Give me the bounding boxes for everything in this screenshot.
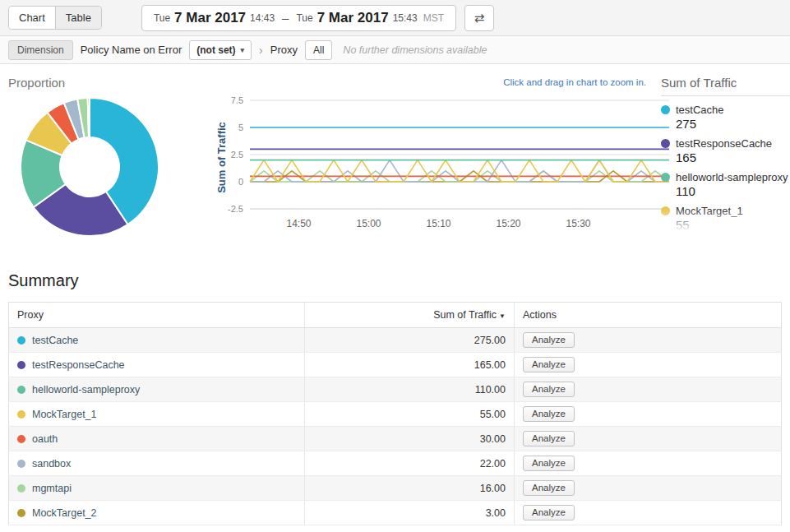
chart-section: Proportion Click and drag in chart to zo… (0, 64, 790, 247)
donut-slice-MockTarget_2[interactable] (88, 98, 90, 137)
proxy-name: mgmtapi (32, 483, 72, 494)
table-row-MockTarget_1: MockTarget_155.00Analyze (9, 402, 782, 427)
analyze-button[interactable]: Analyze (523, 505, 575, 520)
table-row-testResponseCache: testResponseCache165.00Analyze (9, 353, 782, 377)
proxy-dimension-label: Proxy (270, 44, 298, 56)
legend-entry-name: helloworld-sampleproxy (676, 171, 788, 183)
summary-table: Proxy Sum of Traffic▼ Actions testCache2… (8, 302, 782, 525)
x-tick-label: 15:20 (496, 218, 520, 229)
policy-value-dropdown[interactable]: (not set) ▾ (189, 40, 252, 60)
traffic-line-chart[interactable]: 7.552.50-2.514:5015:0015:1015:2015:30 (215, 90, 676, 243)
summary-header-row: Proxy Sum of Traffic▼ Actions (9, 303, 782, 328)
y-tick-label: 5 (238, 123, 243, 132)
chevron-down-icon: ▾ (241, 46, 245, 54)
proxy-name: sandbox (32, 458, 71, 470)
top-toolbar: Chart Table Tue 7 Mar 2017 14:43 – Tue 7… (0, 0, 790, 36)
column-header-proxy[interactable]: Proxy (9, 303, 305, 328)
legend-color-dot (661, 105, 670, 114)
start-day: Tue (154, 12, 170, 24)
traffic-value: 22.00 (305, 451, 515, 476)
proxy-all-button[interactable]: All (305, 40, 332, 60)
dimension-bar: Dimension Policy Name on Error (not set)… (0, 36, 790, 64)
y-axis-label: Sum of Traffic (215, 122, 228, 193)
proxy-name: testResponseCache (32, 359, 125, 371)
legend-color-dot (661, 206, 670, 215)
analyze-button[interactable]: Analyze (523, 382, 575, 397)
x-tick-label: 15:30 (566, 218, 590, 229)
legend-list: testCache275testResponseCache165hellowor… (661, 101, 790, 230)
end-time: 15:43 (393, 12, 418, 24)
legend-entry-testResponseCache[interactable]: testResponseCache165 (661, 135, 790, 169)
line-chart-block: Click and drag in chart to zoom in. Sum … (191, 76, 651, 247)
traffic-value: 16.00 (305, 476, 515, 501)
column-header-sum-of-traffic[interactable]: Sum of Traffic▼ (305, 303, 515, 328)
traffic-value: 275.00 (305, 328, 515, 353)
table-row-mgmtapi: mgmtapi16.00Analyze (9, 476, 782, 501)
proxy-color-dot (17, 509, 25, 517)
no-dimensions-note: No further dimensions available (343, 44, 487, 56)
legend-entry-name: testResponseCache (676, 137, 772, 150)
y-tick-label: 7.5 (231, 95, 243, 105)
legend-entry-MockTarget_1[interactable]: MockTarget_155 (661, 202, 790, 230)
date-separator: – (282, 11, 289, 25)
proxy-color-dot (17, 410, 25, 419)
date-range-picker[interactable]: Tue 7 Mar 2017 14:43 – Tue 7 Mar 2017 15… (141, 5, 456, 31)
view-toggle: Chart Table (8, 6, 102, 30)
table-row-sandbox: sandbox22.00Analyze (9, 451, 782, 476)
traffic-value: 30.00 (305, 427, 515, 451)
table-row-helloworld-sampleproxy: helloworld-sampleproxy110.00Analyze (9, 377, 782, 402)
analyze-button[interactable]: Analyze (523, 431, 575, 446)
y-tick-label: 0 (238, 177, 243, 187)
timezone-label: MST (423, 12, 444, 24)
sum-of-traffic-header-label: Sum of Traffic (433, 309, 497, 321)
y-tick-label: -2.5 (228, 204, 243, 214)
x-tick-label: 15:00 (356, 218, 381, 229)
proxy-color-dot (17, 435, 25, 443)
traffic-value: 110.00 (305, 377, 515, 402)
traffic-value: 3.00 (305, 501, 515, 525)
table-row-MockTarget_2: MockTarget_23.00Analyze (9, 501, 782, 525)
end-date: 7 Mar 2017 (317, 10, 389, 26)
start-time: 14:43 (250, 12, 275, 24)
summary-section: Summary Proxy Sum of Traffic▼ Actions te… (0, 247, 790, 525)
policy-dimension-label: Policy Name on Error (81, 44, 182, 56)
traffic-value: 55.00 (305, 402, 515, 427)
proxy-color-dot (17, 336, 25, 345)
legend-color-dot (661, 139, 670, 148)
proportion-title: Proportion (8, 76, 191, 90)
proxy-name: testCache (32, 335, 78, 346)
y-tick-label: 2.5 (231, 150, 243, 160)
analyze-button[interactable]: Analyze (523, 357, 575, 372)
proxy-color-dot (17, 484, 25, 493)
legend-entry-testCache[interactable]: testCache275 (661, 101, 790, 135)
zoom-hint: Click and drag in chart to zoom in. (503, 77, 646, 87)
dimension-chip: Dimension (8, 40, 73, 60)
legend-entry-value: 110 (661, 184, 790, 198)
analyze-button[interactable]: Analyze (523, 480, 575, 496)
chart-tab[interactable]: Chart (9, 7, 55, 29)
analyze-button[interactable]: Analyze (523, 332, 575, 348)
proportion-donut-chart[interactable] (8, 96, 173, 238)
legend-entry-value: 275 (661, 117, 790, 131)
end-day: Tue (296, 12, 312, 24)
legend-color-dot (661, 173, 670, 182)
analyze-button[interactable]: Analyze (523, 406, 575, 422)
start-date: 7 Mar 2017 (174, 10, 246, 26)
table-row-testCache: testCache275.00Analyze (9, 328, 782, 353)
table-tab[interactable]: Table (55, 7, 101, 29)
legend-entry-name: testCache (676, 104, 724, 116)
sort-descending-icon: ▼ (499, 312, 506, 320)
series-line-MockTarget_1 (250, 160, 669, 182)
chart-legend: Sum of Traffic testCache275testResponseC… (651, 76, 790, 230)
proxy-color-dot (17, 460, 25, 468)
proxy-name: oauth (32, 433, 58, 445)
traffic-value: 165.00 (305, 353, 515, 377)
analyze-button[interactable]: Analyze (523, 456, 575, 471)
x-tick-label: 14:50 (286, 218, 311, 229)
refresh-icon: ⇄ (474, 11, 485, 25)
proxy-name: helloworld-sampleproxy (32, 384, 140, 396)
refresh-button[interactable]: ⇄ (464, 5, 494, 31)
legend-entry-helloworld-sampleproxy[interactable]: helloworld-sampleproxy110 (661, 169, 790, 202)
proxy-color-dot (17, 386, 25, 394)
column-header-actions: Actions (515, 303, 782, 328)
